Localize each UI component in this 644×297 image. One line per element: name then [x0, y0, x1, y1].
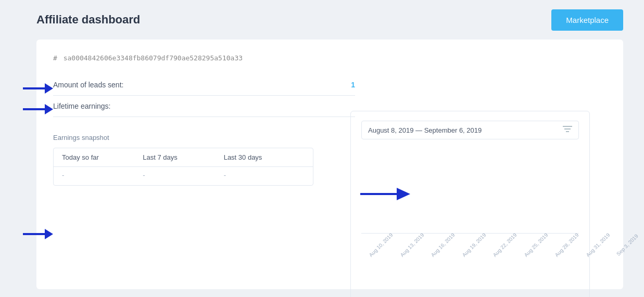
affiliate-id-prefix: # — [53, 54, 57, 62]
chart-area: Aug 10, 2019 Aug 13, 2019 Aug 16, 2019 A… — [361, 233, 579, 253]
chart-label-8: Sep 3, 2019 — [615, 233, 639, 257]
leads-label: Amount of leads sent: — [53, 81, 123, 89]
leads-row: Amount of leads sent: 1 — [53, 74, 355, 96]
panels-wrapper: Amount of leads sent: 1 Lifetime earning… — [53, 74, 607, 186]
chart-label-6: Aug 28, 2019 — [554, 232, 580, 258]
chart-label-7: Aug 31, 2019 — [585, 232, 611, 258]
svg-marker-1 — [45, 83, 53, 94]
chart-label-3: Aug 19, 2019 — [461, 232, 487, 258]
date-range-picker[interactable]: August 8, 2019 — September 6, 2019 — [361, 121, 579, 139]
marketplace-button[interactable]: Marketplace — [551, 9, 623, 31]
right-panel: August 8, 2019 — September 6, 2019 Aug 1… — [350, 111, 590, 297]
snapshot-col-1: Last 7 days — [143, 153, 223, 161]
filter-icon[interactable] — [563, 125, 572, 135]
snapshot-val-1: - — [143, 171, 223, 179]
arrow-leads — [23, 80, 53, 100]
svg-marker-3 — [45, 104, 53, 114]
snapshot-val-2: - — [224, 171, 305, 179]
arrow-earnings — [23, 100, 53, 121]
top-bar: Affiliate dashboard Marketplace — [0, 0, 644, 40]
svg-marker-5 — [45, 229, 53, 239]
date-range-text: August 8, 2019 — September 6, 2019 — [368, 126, 482, 134]
earnings-row: Lifetime earnings: — [53, 96, 355, 117]
chart-label-5: Aug 25, 2019 — [523, 232, 549, 258]
chart-labels: Aug 10, 2019 Aug 13, 2019 Aug 16, 2019 A… — [361, 239, 579, 249]
snapshot-table: Today so far Last 7 days Last 30 days - … — [53, 148, 313, 186]
chart-label-2: Aug 16, 2019 — [430, 232, 456, 258]
snapshot-col-0: Today so far — [62, 153, 143, 161]
page-title: Affiliate dashboard — [36, 13, 140, 27]
affiliate-id: # sa0004842606e3348fb86079df790ae528295a… — [53, 54, 607, 62]
snapshot-col-2: Last 30 days — [224, 153, 305, 161]
arrow-snapshot — [23, 225, 53, 246]
leads-value: 1 — [351, 81, 355, 89]
chart-label-4: Aug 22, 2019 — [492, 232, 518, 258]
main-content: # sa0004842606e3348fb86079df790ae528295a… — [36, 40, 623, 289]
chart-label-0: Aug 10, 2019 — [368, 232, 394, 258]
snapshot-body: - - - — [54, 167, 313, 185]
earnings-label: Lifetime earnings: — [53, 102, 111, 110]
snapshot-val-0: - — [62, 171, 143, 179]
left-panel: Amount of leads sent: 1 Lifetime earning… — [53, 74, 355, 186]
snapshot-header: Today so far Last 7 days Last 30 days — [54, 148, 313, 167]
snapshot-title: Earnings snapshot — [53, 134, 355, 141]
affiliate-id-value: sa0004842606e3348fb86079df790ae528295a51… — [64, 54, 243, 62]
chart-label-1: Aug 13, 2019 — [399, 232, 425, 258]
